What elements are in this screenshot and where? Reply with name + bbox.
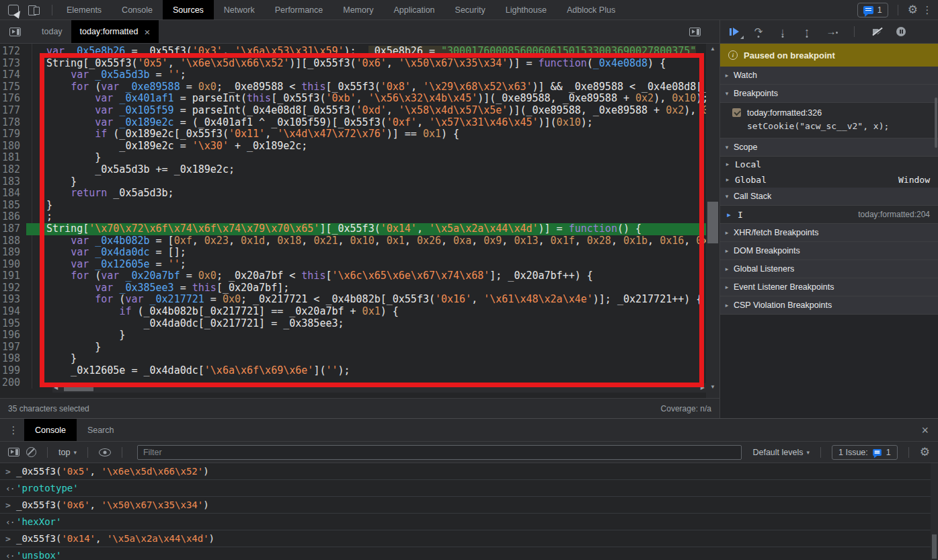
line-number[interactable]: 196 [0, 329, 26, 342]
code-text[interactable]: var _0x385ee3 = this[_0x20a7bf]; [26, 282, 706, 294]
code-line[interactable]: 192 var _0x385ee3 = this[_0x20a7bf]; [0, 282, 706, 294]
panel-tab-application[interactable]: Application [383, 0, 444, 19]
code-line[interactable]: 196 } [0, 329, 706, 342]
code-text[interactable]: var _0x189e2c = (_0x401af1 ^ _0x105f59)[… [26, 117, 706, 129]
sidebar-section-event-listener-breakpoints[interactable]: ▸Event Listener Breakpoints [720, 278, 938, 296]
console-scrollbar[interactable] [931, 463, 938, 560]
code-text[interactable]: var _0x105f59 = parseInt(_0x4e08d8[_0x55… [26, 105, 706, 117]
code-text[interactable]: var _0x4da0dc = []; [26, 247, 706, 259]
code-text[interactable]: for (var _0x217721 = 0x0; _0x217721 < _0… [26, 294, 706, 306]
line-number[interactable]: 183 [0, 176, 26, 188]
code-line[interactable]: 197 } [0, 342, 706, 354]
code-text[interactable]: String[_0x55f3('0x5', '\x6e\x5d\x66\x52'… [26, 58, 706, 70]
line-number[interactable]: 172 [0, 46, 26, 58]
scope-global[interactable]: ▸GlobalWindow [720, 172, 938, 188]
code-line[interactable]: 186; [0, 211, 706, 223]
horizontal-scroll-thumb[interactable] [64, 385, 93, 391]
step-icon[interactable]: → [826, 27, 836, 37]
file-tab-today[interactable]: today [33, 20, 71, 43]
code-line[interactable]: 198 } [0, 353, 706, 365]
line-number[interactable]: 184 [0, 188, 26, 200]
line-number[interactable]: 188 [0, 235, 26, 247]
console-result-row[interactable]: ‹·'prototype' [0, 480, 938, 497]
drawer-tab-console[interactable]: Console [24, 419, 77, 441]
line-number[interactable]: 174 [0, 69, 26, 81]
close-icon[interactable]: × [144, 27, 150, 37]
editor-panel-icon[interactable] [689, 28, 701, 36]
line-number[interactable]: 199 [0, 365, 26, 377]
code-line[interactable]: 172var _0x5e8b26 = _0x55f3('0x3', '\x6a\… [0, 46, 706, 58]
code-line[interactable]: 188 var _0x4b082b = [0xf, 0x23, 0x1d, 0x… [0, 235, 706, 247]
scroll-down-arrow-icon[interactable]: ▼ [706, 384, 719, 390]
panel-tab-performance[interactable]: Performance [265, 0, 334, 19]
code-text[interactable]: var _0x4b082b = [0xf, 0x23, 0x1d, 0x18, … [26, 235, 706, 247]
line-number[interactable]: 190 [0, 259, 26, 271]
line-number[interactable]: 194 [0, 306, 26, 318]
code-line[interactable]: 179 if (_0x189e2c[_0x55f3('0x11', '\x4d\… [0, 128, 706, 141]
line-number[interactable]: 181 [0, 152, 26, 164]
code-line[interactable]: 199 _0x12605e = _0x4da0dc['\x6a\x6f\x69\… [0, 365, 706, 377]
code-text[interactable]: if (_0x4b082b[_0x217721] == _0x20a7bf + … [26, 306, 706, 318]
editor-vertical-scrollbar[interactable]: ▲ ▼ [706, 44, 719, 398]
sidebar-section-xhr-fetch-breakpoints[interactable]: ▸XHR/fetch Breakpoints [720, 224, 938, 242]
line-number[interactable]: 178 [0, 117, 26, 129]
line-number[interactable]: 198 [0, 353, 26, 365]
breakpoint-checkbox[interactable] [732, 108, 741, 117]
code-text[interactable]: return _0x5a5d3b; [26, 188, 706, 200]
panel-tab-network[interactable]: Network [214, 0, 265, 19]
code-line[interactable]: 195 _0x4da0dc[_0x217721] = _0x385ee3; [0, 318, 706, 330]
console-sidebar-toggle-icon[interactable] [8, 448, 19, 456]
scroll-right-arrow-icon[interactable]: ▶ [701, 385, 705, 391]
settings-gear-icon[interactable]: ⚙ [908, 4, 918, 15]
inspect-icon[interactable] [8, 5, 19, 15]
line-number[interactable]: 173 [0, 58, 26, 70]
line-number[interactable]: 193 [0, 294, 26, 306]
code-text[interactable]: } [26, 152, 706, 164]
console-result-row[interactable]: ‹·'unsbox' [0, 547, 938, 560]
code-text[interactable]: String['\x70\x72\x6f\x74\x6f\x74\x79\x70… [26, 223, 706, 235]
code-line[interactable]: 191 for (var _0x20a7bf = 0x0; _0x20a7bf … [0, 270, 706, 282]
code-text[interactable]: _0x12605e = _0x4da0dc['\x6a\x6f\x69\x6e'… [26, 365, 706, 377]
call-stack-frame[interactable]: ▸Itoday:formatted:204 [720, 206, 938, 224]
panel-tab-elements[interactable]: Elements [56, 0, 112, 19]
drawer-tab-search[interactable]: Search [77, 419, 125, 441]
code-text[interactable]: } [26, 342, 706, 354]
console-settings-gear-icon[interactable]: ⚙ [920, 446, 930, 458]
issues-badge[interactable]: 1 [857, 3, 888, 17]
resume-icon[interactable] [730, 28, 740, 36]
drawer-menu-icon[interactable]: ⋮ [9, 425, 17, 435]
navigator-toggle-icon[interactable] [9, 28, 21, 36]
console-filter-input[interactable] [137, 445, 742, 460]
sidebar-section-watch[interactable]: ▸Watch [720, 67, 938, 85]
code-text[interactable]: if (_0x189e2c[_0x55f3('0x11', '\x4d\x47\… [26, 128, 706, 141]
code-text[interactable]: ; [26, 211, 706, 223]
code-line[interactable]: 177 var _0x105f59 = parseInt(_0x4e08d8[_… [0, 105, 706, 117]
line-number[interactable]: 180 [0, 141, 26, 153]
panel-tab-sources[interactable]: Sources [163, 0, 214, 19]
line-number[interactable]: 176 [0, 93, 26, 105]
deactivate-breakpoints-icon[interactable] [872, 27, 883, 36]
clear-console-icon[interactable] [26, 447, 36, 457]
console-result-row[interactable]: ‹·'hexXor' [0, 514, 938, 530]
code-line[interactable]: 175 for (var _0xe89588 = 0x0; _0xe89588 … [0, 81, 706, 93]
sidebar-scroll-thumb[interactable] [935, 97, 937, 148]
console-input-row[interactable]: >_0x55f3('0x5', '\x6e\x5d\x66\x52') [0, 463, 938, 480]
line-number[interactable]: 200 [0, 377, 26, 389]
code-text[interactable]: var _0x5a5d3b = ''; [26, 69, 706, 81]
panel-tab-memory[interactable]: Memory [333, 0, 383, 19]
panel-tab-security[interactable]: Security [445, 0, 496, 19]
sidebar-section-call-stack[interactable]: ▾Call Stack [720, 188, 938, 206]
scroll-up-arrow-icon[interactable]: ▲ [706, 46, 719, 52]
line-number[interactable]: 175 [0, 81, 26, 93]
line-number[interactable]: 192 [0, 282, 26, 294]
line-number[interactable]: 182 [0, 164, 26, 176]
code-text[interactable]: } [26, 353, 706, 365]
line-number[interactable]: 197 [0, 342, 26, 354]
sidebar-section-dom-breakpoints[interactable]: ▸DOM Breakpoints [720, 242, 938, 260]
code-line[interactable]: 183 } [0, 176, 706, 188]
issues-counter[interactable]: 1 Issue: 1 [832, 445, 898, 460]
pause-on-exceptions-icon[interactable] [896, 27, 906, 36]
code-line[interactable]: 190 var _0x12605e = ''; [0, 259, 706, 271]
code-line[interactable]: 182 _0x5a5d3b += _0x189e2c; [0, 164, 706, 176]
breakpoint-item[interactable]: today:formatted:326setCookie("acw_sc__v2… [720, 103, 938, 138]
